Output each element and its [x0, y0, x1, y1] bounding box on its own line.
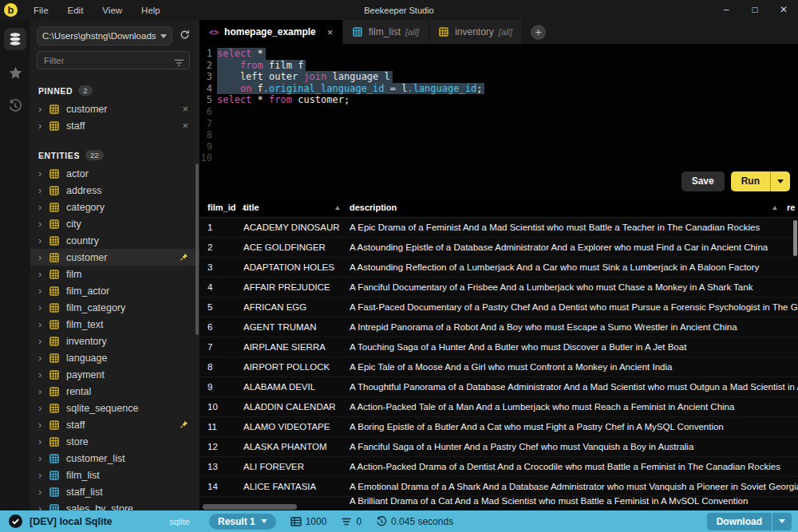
entity-film_list[interactable]: ›film_list [30, 467, 200, 483]
horizontal-scrollbar[interactable] [203, 504, 297, 510]
chevron-right-icon[interactable]: › [38, 252, 49, 262]
table-row[interactable]: 11ALAMO VIDEOTAPEA Boring Epistle of a B… [200, 417, 798, 437]
favorites-tab-button[interactable] [4, 61, 26, 84]
connection-select[interactable]: C:\Users\ghstng\Downloads [37, 26, 172, 45]
chevron-right-icon[interactable]: › [38, 104, 49, 114]
table-row[interactable]: 13ALI FOREVERA Action-Packed Drama of a … [200, 457, 798, 477]
entity-payment[interactable]: ›payment [30, 366, 200, 383]
chevron-right-icon[interactable]: › [38, 420, 49, 430]
table-row[interactable]: 6AGENT TRUMANA Intrepid Panorama of a Ro… [200, 317, 798, 337]
chevron-right-icon[interactable]: › [38, 369, 49, 380]
entity-film[interactable]: ›film [30, 266, 200, 282]
column-header-description[interactable]: description [350, 203, 787, 212]
refresh-icon[interactable] [180, 29, 190, 43]
entity-sqlite_sequence[interactable]: ›sqlite_sequence [30, 400, 200, 416]
filter-input[interactable] [37, 51, 190, 69]
entity-store[interactable]: ›store [30, 433, 200, 450]
chevron-right-icon[interactable]: › [38, 336, 49, 346]
chevron-right-icon[interactable]: › [38, 168, 49, 179]
menu-help[interactable]: Help [133, 3, 168, 18]
chevron-right-icon[interactable]: › [38, 403, 49, 413]
tab-inventory[interactable]: inventory[all] [429, 20, 523, 44]
table-row[interactable]: 2ACE GOLDFINGERA Astounding Epistle of a… [200, 238, 798, 258]
menu-file[interactable]: File [26, 3, 57, 18]
chevron-right-icon[interactable]: › [38, 185, 49, 195]
chevron-right-icon[interactable]: › [38, 120, 49, 131]
new-tab-button[interactable]: + [531, 25, 546, 40]
tab-film_list[interactable]: film_list[all] [343, 20, 429, 44]
entity-country[interactable]: ›country [30, 232, 200, 249]
pinned-item-customer[interactable]: ›customer× [30, 100, 200, 117]
entity-staff_list[interactable]: ›staff_list [30, 483, 200, 500]
entity-address[interactable]: ›address [30, 182, 200, 199]
entity-film_actor[interactable]: ›film_actor [30, 282, 200, 299]
entity-customer_list[interactable]: ›customer_list [30, 450, 200, 467]
entity-language[interactable]: ›language [30, 349, 200, 366]
run-button[interactable]: Run [731, 171, 790, 191]
sql-editor[interactable]: 1select *2 from film f3 left outer join … [200, 44, 798, 198]
chevron-right-icon[interactable]: › [38, 286, 49, 296]
chevron-right-icon[interactable]: › [38, 353, 49, 363]
unpin-close-icon[interactable]: × [182, 103, 188, 115]
chevron-right-icon[interactable]: › [38, 436, 49, 447]
entity-film_category[interactable]: ›film_category [30, 299, 200, 316]
table-row[interactable]: 1ACADEMY DINOSAURA Epic Drama of a Femin… [200, 218, 798, 238]
pin-icon[interactable] [180, 420, 188, 429]
close-button[interactable]: ✕ [769, 0, 798, 20]
entity-sales_by_store[interactable]: ›sales_by_store [30, 500, 200, 510]
chevron-right-icon[interactable]: › [38, 487, 49, 497]
table-row[interactable]: 5AFRICAN EGGA Fast-Paced Documentary of … [200, 298, 798, 317]
table-row[interactable]: 14ALICE FANTASIAA Emotional Drama of a A… [200, 477, 798, 497]
save-button[interactable]: Save [681, 171, 725, 191]
chevron-right-icon[interactable]: › [38, 319, 49, 329]
minimize-button[interactable]: – [712, 0, 741, 20]
vertical-scrollbar[interactable] [793, 220, 797, 256]
entity-actor[interactable]: ›actor [30, 165, 200, 182]
chevron-right-icon[interactable]: › [38, 453, 49, 463]
close-tab-icon[interactable]: × [327, 26, 334, 38]
chevron-right-icon[interactable]: › [38, 269, 49, 279]
database-tab-button[interactable] [4, 28, 26, 50]
sidebar-scrollbar[interactable] [196, 164, 199, 335]
table-row[interactable]: 8AIRPORT POLLOCKA Epic Tale of a Moose A… [200, 357, 798, 377]
table-row[interactable]: 3ADAPTATION HOLESA Astounding Reflection… [200, 258, 798, 278]
download-options-button[interactable] [772, 513, 792, 530]
entity-category[interactable]: ›category [30, 199, 200, 215]
chevron-right-icon[interactable]: › [38, 235, 49, 246]
entity-inventory[interactable]: ›inventory [30, 333, 200, 349]
editor-line: 10 [200, 152, 798, 164]
entity-city[interactable]: ›city [30, 215, 200, 232]
chevron-right-icon[interactable]: › [38, 302, 49, 313]
result-selector[interactable]: Result 1 [209, 514, 276, 530]
menu-view[interactable]: View [94, 3, 130, 18]
entity-staff[interactable]: ›staff [30, 416, 200, 433]
download-label[interactable]: Download [707, 513, 772, 530]
unpin-close-icon[interactable]: × [182, 120, 188, 132]
chevron-right-icon[interactable]: › [38, 202, 49, 212]
table-row[interactable]: 7AIRPLANE SIERRAA Touching Saga of a Hun… [200, 337, 798, 357]
chevron-right-icon[interactable]: › [38, 386, 49, 396]
menu-edit[interactable]: Edit [60, 3, 92, 18]
chevron-right-icon[interactable]: › [38, 219, 49, 229]
column-header-film-id[interactable]: film_id [200, 203, 243, 212]
download-button[interactable]: Download [707, 513, 792, 530]
entity-film_text[interactable]: ›film_text [30, 316, 200, 333]
pin-icon[interactable] [180, 253, 188, 262]
entity-rental[interactable]: ›rental [30, 383, 200, 400]
maximize-button[interactable]: □ [741, 0, 769, 20]
table-row[interactable]: 9ALABAMA DEVILA Thoughtful Panorama of a… [200, 377, 798, 397]
chevron-right-icon[interactable]: › [38, 470, 49, 480]
table-row[interactable]: 12ALASKA PHANTOMA Fanciful Saga of a Hun… [200, 437, 798, 457]
chevron-right-icon[interactable]: › [38, 503, 49, 510]
entity-customer[interactable]: ›customer [30, 249, 200, 266]
run-button-label[interactable]: Run [731, 171, 770, 191]
tab-homepage_example[interactable]: <>homepage_example× [200, 20, 343, 44]
run-options-button[interactable] [770, 171, 790, 191]
table-icon [49, 303, 60, 313]
table-row[interactable]: 10ALADDIN CALENDARA Action-Packed Tale o… [200, 397, 798, 417]
pinned-item-staff[interactable]: ›staff× [30, 117, 200, 134]
history-tab-button[interactable] [4, 95, 26, 117]
column-header-partial[interactable]: re [787, 203, 798, 212]
table-row[interactable]: 4AFFAIR PREJUDICEA Fanciful Documentary … [200, 278, 798, 298]
column-header-title[interactable]: title [243, 203, 350, 212]
